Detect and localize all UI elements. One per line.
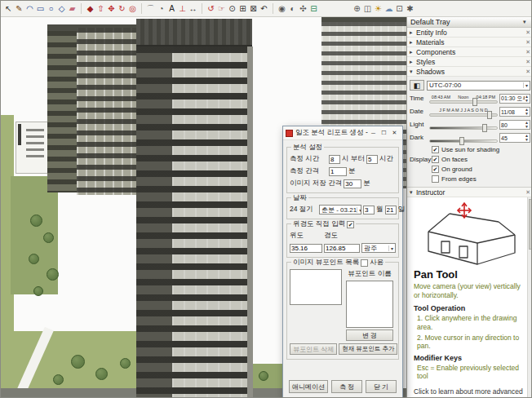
fog-icon[interactable]: ☁ <box>383 2 394 15</box>
text-tool-icon[interactable]: A <box>166 2 177 15</box>
on-faces-checkbox[interactable]: ✔ On faces <box>432 156 477 163</box>
longitude-input[interactable] <box>324 244 360 253</box>
spinner-arrows-icon[interactable]: ▲▼ <box>525 121 529 129</box>
solar-term-select[interactable]: 춘분 - 03.21 ▾ <box>319 205 361 214</box>
maximize-button[interactable]: ☐ <box>379 130 389 136</box>
tray-item-entity-info[interactable]: ▸ Entity Info ✕ <box>407 28 532 38</box>
slider-thumb[interactable] <box>472 98 477 106</box>
orbit-tool-icon[interactable]: ↺ <box>206 2 216 15</box>
protractor-tool-icon[interactable]: ◔ <box>156 2 166 15</box>
rotate-tool-icon[interactable]: ↻ <box>117 2 127 15</box>
viewpoint-listbox[interactable] <box>290 269 342 305</box>
dark-value-spinner[interactable]: 45 ▲▼ <box>499 133 530 143</box>
look-around-icon[interactable]: ◐ <box>287 2 298 15</box>
arc-tool-icon[interactable]: ◠ <box>24 2 35 15</box>
time-hours-label: 시간 <box>379 154 393 164</box>
spinner-arrows-icon[interactable]: ▲▼ <box>525 108 529 116</box>
dialog-titlebar[interactable]: 일조 분석 리포트 생성 - SolarGo ─ ☐ ✕ <box>283 126 402 140</box>
measure-interval-input[interactable] <box>329 167 347 176</box>
close-icon[interactable]: ✕ <box>525 49 530 55</box>
scrollbar-thumb[interactable] <box>529 199 532 250</box>
settings-icon[interactable]: ✱ <box>405 2 415 15</box>
zoom-window-icon[interactable]: ⊞ <box>237 2 248 15</box>
light-slider[interactable] <box>429 126 498 130</box>
instructor-scrollbar[interactable] <box>527 197 532 398</box>
month-input[interactable] <box>363 206 375 214</box>
light-value-spinner[interactable]: 80 ▲▼ <box>499 120 530 130</box>
tray-item-styles[interactable]: ▸ Styles ✕ <box>407 57 532 67</box>
viewpoint-name-input[interactable] <box>346 281 393 328</box>
paint-bucket-icon[interactable]: ◆ <box>85 2 95 15</box>
walk-tool-icon[interactable]: ✣ <box>298 2 308 15</box>
slider-thumb[interactable] <box>482 124 487 132</box>
on-ground-checkbox[interactable]: ✔ On ground <box>432 166 477 173</box>
time-label: Time <box>410 95 429 104</box>
use-sun-checkbox[interactable]: ✔ Use sun for shading <box>432 146 530 153</box>
tray-item-materials[interactable]: ▸ Materials ✕ <box>407 38 532 47</box>
tray-item-instructor[interactable]: ▾ Instructor ✕ <box>407 188 532 197</box>
section-plane-icon[interactable]: ⊟ <box>308 2 319 15</box>
previous-view-icon[interactable]: ↶ <box>259 2 269 15</box>
shadows-onoff-icon[interactable]: ◧ <box>410 80 424 91</box>
animation-button[interactable]: 애니메이션 <box>289 380 328 393</box>
pan-tool-icon[interactable]: ☞ <box>216 2 227 15</box>
time-value-spinner[interactable]: 01:30 오후 ▲▼ <box>499 94 530 104</box>
close-icon[interactable]: ✕ <box>525 69 530 75</box>
select-tool-icon[interactable]: ↖ <box>3 2 14 15</box>
push-pull-tool-icon[interactable]: ⇧ <box>95 2 106 15</box>
close-icon[interactable]: ✕ <box>525 189 530 196</box>
latlong-checkbox[interactable]: ✔ <box>347 221 354 228</box>
image-interval-input[interactable] <box>344 179 361 188</box>
spinner-arrows-icon[interactable]: ▲▼ <box>525 134 529 142</box>
viewpoint-add-button[interactable]: 현재 뷰포인트 추가 <box>339 343 397 355</box>
minimize-button[interactable]: ─ <box>368 130 379 136</box>
close-icon[interactable]: ✕ <box>525 29 530 36</box>
rectangle-tool-icon[interactable]: ▭ <box>35 2 46 15</box>
dialog-close-button[interactable]: 닫 기 <box>366 380 397 393</box>
time-slider[interactable] <box>429 100 498 104</box>
city-select[interactable]: 광주 ▾ <box>361 243 396 253</box>
date-slider[interactable] <box>429 113 498 117</box>
latitude-input[interactable] <box>290 244 322 253</box>
dimension-tool-icon[interactable]: ↔ <box>188 2 198 15</box>
spinner-arrows-icon[interactable]: ▲▼ <box>525 95 529 103</box>
chevron-down-icon: ▾ <box>357 207 361 213</box>
slider-thumb[interactable] <box>487 111 492 119</box>
advanced-operations-link[interactable]: Click to learn about more advanced opera… <box>414 387 523 398</box>
measure-time-start-input[interactable] <box>329 155 340 164</box>
tray-item-components[interactable]: ▸ Components ✕ <box>407 47 532 57</box>
add-location-icon[interactable]: ⊕ <box>352 2 362 15</box>
eraser-tool-icon[interactable]: ▰ <box>67 2 78 15</box>
chevron-down-icon[interactable]: ▾ <box>523 19 530 25</box>
axes-tool-icon[interactable]: ⊥ <box>177 2 188 15</box>
position-camera-icon[interactable]: ◉ <box>277 2 287 15</box>
tape-measure-icon[interactable]: ⌒ <box>145 2 156 15</box>
from-edges-checkbox[interactable]: From edges <box>432 175 477 183</box>
close-button[interactable]: ✕ <box>389 130 400 136</box>
move-tool-icon[interactable]: ✥ <box>106 2 117 15</box>
slider-thumb[interactable] <box>459 137 464 145</box>
date-value-spinner[interactable]: 11/08 ▲▼ <box>499 107 530 117</box>
polygon-tool-icon[interactable]: ◇ <box>56 2 67 15</box>
measure-time-duration-input[interactable] <box>366 155 378 164</box>
tray-item-shadows[interactable]: ▾ Shadows ✕ <box>407 67 532 77</box>
dark-slider[interactable] <box>429 139 498 143</box>
offset-tool-icon[interactable]: ◎ <box>127 2 138 15</box>
viewpoints-use-checkbox[interactable] <box>361 259 368 267</box>
shadow-toggle-icon[interactable]: ☀ <box>373 2 383 15</box>
zoom-tool-icon[interactable]: ⊙ <box>227 2 237 15</box>
xray-icon[interactable]: ⊡ <box>394 2 405 15</box>
tray-header[interactable]: Default Tray ▾ <box>407 17 532 28</box>
line-tool-icon[interactable]: ✎ <box>14 2 24 15</box>
utc-select[interactable]: UTC-07:00 ▾ <box>427 81 530 91</box>
measure-button[interactable]: 측 정 <box>331 380 362 393</box>
viewpoint-change-button[interactable]: 변 경 <box>346 329 393 341</box>
circle-tool-icon[interactable]: ○ <box>46 2 56 15</box>
viewpoint-delete-button[interactable]: 뷰포인트 삭제 <box>290 343 337 355</box>
close-icon[interactable]: ✕ <box>525 59 530 65</box>
date-value: 11/08 <box>501 109 525 115</box>
day-input[interactable] <box>385 206 397 214</box>
zoom-extents-icon[interactable]: ⊠ <box>248 2 259 15</box>
close-icon[interactable]: ✕ <box>525 39 530 46</box>
component-icon[interactable]: ◫ <box>362 2 373 15</box>
